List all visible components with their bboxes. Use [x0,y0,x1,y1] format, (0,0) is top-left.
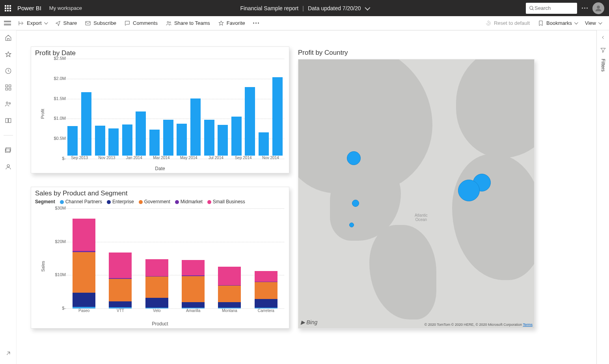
stacked-bar[interactable] [109,253,132,308]
learn-icon[interactable] [5,117,12,124]
bar[interactable] [163,120,173,156]
svg-line-1 [533,9,534,10]
global-header: Power BI My workspace Financial Sample r… [0,0,609,16]
share-teams-button[interactable]: Share to Teams [162,20,214,26]
svg-point-15 [7,165,9,167]
map-attribution: © 2020 TomTom © 2020 HERE, © 2020 Micros… [425,323,533,327]
svg-point-5 [169,22,171,23]
workspaces-icon[interactable] [5,147,12,154]
chevron-left-icon[interactable] [601,35,605,40]
view-button[interactable]: View [581,20,605,26]
legend-item[interactable]: Channel Partners [60,199,102,204]
viz-title: Profit by Country [298,46,535,58]
legend-item[interactable]: Enterprise [107,199,134,204]
recent-icon[interactable] [5,67,12,74]
expand-nav-icon[interactable] [5,350,12,357]
reset-button[interactable]: Reset to default [481,20,534,26]
user-avatar[interactable] [592,2,604,14]
map-bubble[interactable] [458,180,480,201]
bar[interactable] [81,92,91,156]
svg-point-0 [530,6,533,9]
svg-rect-9 [6,88,7,90]
bar[interactable] [149,130,160,156]
export-button[interactable]: Export [14,20,51,26]
chevron-down-icon[interactable] [365,5,370,10]
apps-icon[interactable] [5,84,12,91]
viz-title: Profit by Date [31,47,289,58]
x-axis-label: Date [155,166,165,171]
stacked-bar[interactable] [182,260,205,308]
bar[interactable] [177,124,187,156]
svg-point-4 [167,21,169,23]
viz-title: Sales by Product and Segment [31,187,289,198]
bar[interactable] [231,117,242,156]
svg-rect-7 [6,85,7,87]
data-updated-label: Data updated 7/20/20 [308,5,361,11]
viz-profit-by-date[interactable]: Profit by Date Profit $-$0.5M$1.0M$1.5M$… [31,46,289,173]
bar[interactable] [259,132,269,156]
filters-label: Filters [600,59,606,72]
shared-icon[interactable] [5,100,12,108]
bar[interactable] [272,77,283,156]
stacked-bar[interactable] [255,271,277,308]
more-options-icon[interactable] [582,7,588,9]
svg-point-11 [6,102,8,104]
map-bubble[interactable] [352,200,359,207]
svg-rect-10 [9,88,11,90]
workspace-link[interactable]: My workspace [49,5,82,11]
stacked-bar[interactable] [73,219,95,308]
stacked-bar[interactable] [145,259,168,308]
legend: SegmentChannel PartnersEnterpriseGovernm… [31,198,289,205]
report-title-group: Financial Sample report | Data updated 7… [240,5,369,11]
bar[interactable] [95,126,105,156]
share-button[interactable]: Share [51,20,81,26]
svg-rect-8 [9,85,11,87]
filter-icon [600,47,606,53]
app-launcher-icon[interactable] [5,5,12,11]
filters-pane-collapsed[interactable]: Filters [596,30,609,364]
legend-item[interactable]: Government [139,199,170,204]
bar[interactable] [190,98,201,156]
bar[interactable] [245,87,255,156]
bar[interactable] [204,120,214,156]
home-icon[interactable] [5,34,12,41]
map-background[interactable]: Atlantic Ocean ▶ Bing © 2020 TomTom © 20… [298,59,534,328]
x-axis-label: Product [152,321,168,327]
svg-point-12 [9,103,10,104]
bar[interactable] [136,111,146,156]
nav-toggle-icon[interactable] [4,21,11,25]
stacked-bar[interactable] [218,267,241,308]
comments-button[interactable]: Comments [120,20,162,26]
bar[interactable] [218,125,228,156]
viz-profit-by-country[interactable]: Profit by Country Atlantic Ocean ▶ Bing … [298,46,535,329]
y-axis-label: Profit [40,109,45,119]
favorites-icon[interactable] [5,51,12,58]
legend-item[interactable]: Small Business [207,199,245,204]
map-provider-label: ▶ Bing [301,319,317,326]
bar[interactable] [122,124,132,156]
bar[interactable] [67,126,78,156]
search-input[interactable] [526,3,577,14]
bar[interactable] [108,128,119,156]
subscribe-button[interactable]: Subscribe [81,20,120,26]
terms-link[interactable]: Terms [523,323,533,327]
ocean-label: Atlantic Ocean [415,213,428,222]
bookmarks-button[interactable]: Bookmarks [534,20,581,26]
report-title: Financial Sample report [240,5,298,11]
search-field[interactable] [535,5,566,11]
left-nav-rail [0,30,17,364]
report-canvas: Profit by Date Profit $-$0.5M$1.0M$1.5M$… [17,30,596,364]
brand-label: Power BI [17,5,41,11]
my-workspace-icon[interactable] [5,163,12,170]
svg-point-2 [597,6,600,9]
y-axis-label: Sales [41,261,45,272]
favorite-button[interactable]: Favorite [214,20,249,26]
svg-rect-3 [86,21,90,25]
map-bubble[interactable] [347,151,361,165]
report-toolbar: Export Share Subscribe Comments Share to… [0,16,609,30]
more-toolbar-icon[interactable] [249,22,263,24]
legend-item[interactable]: Midmarket [175,199,203,204]
viz-sales-by-product-segment[interactable]: Sales by Product and Segment SegmentChan… [31,187,289,329]
map-bubble[interactable] [349,223,354,227]
